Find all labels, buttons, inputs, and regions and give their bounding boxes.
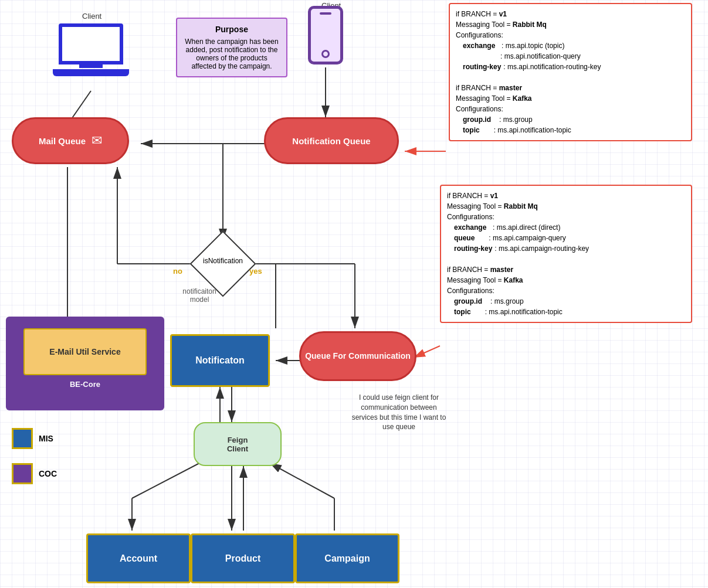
purpose-title: Purpose	[184, 25, 279, 34]
legend-mis: MIS	[12, 428, 53, 449]
queue-for-comm: Queue For Communication	[299, 331, 416, 381]
is-notification-diamond: isNotification	[199, 240, 246, 287]
mail-queue-label: Mail Queue	[39, 136, 86, 146]
no-label: no	[173, 267, 182, 276]
legend-coc: COC	[12, 463, 57, 484]
be-core-container: E-Mail Util Service BE-Core	[6, 317, 164, 410]
purpose-box: Purpose When the campaign has been added…	[176, 18, 287, 77]
queue-for-comm-label: Queue For Communication	[305, 351, 411, 361]
info-box-2: if BRANCH = v1 Messaging Tool = Rabbit M…	[440, 185, 692, 323]
coc-legend-box	[12, 463, 33, 484]
notification-box: Notificaton	[170, 334, 270, 387]
feign-client-label: Feign Client	[227, 436, 248, 453]
be-core-label: BE-Core	[12, 380, 158, 389]
product-label: Product	[225, 553, 260, 564]
campaign-box: Campaign	[295, 533, 399, 583]
mis-legend-box	[12, 428, 33, 449]
purpose-text: When the campaign has been added, post n…	[184, 38, 279, 70]
email-util-box: E-Mail Util Service	[23, 328, 147, 375]
client-label-left: Client	[82, 12, 101, 21]
ib1-branch-v1: if BRANCH = v1	[456, 10, 507, 18]
coc-legend-label: COC	[39, 469, 57, 478]
account-box: Account	[86, 533, 191, 583]
envelope-icon: ✉	[92, 133, 102, 148]
svg-line-25	[414, 346, 440, 358]
laptop-icon	[53, 23, 129, 76]
phone-icon	[308, 6, 343, 64]
mail-queue: Mail Queue ✉	[12, 117, 129, 164]
product-box: Product	[191, 533, 295, 583]
svg-line-15	[132, 463, 199, 498]
account-label: Account	[120, 553, 157, 564]
mis-legend-label: MIS	[39, 434, 53, 443]
feign-comment: I could use feign client for communicati…	[349, 393, 449, 432]
is-notification-label: isNotification	[194, 257, 252, 265]
feign-client-box: Feign Client	[194, 422, 282, 466]
notification-label: Notificaton	[195, 355, 245, 366]
info-box-1: if BRANCH = v1 Messaging Tool = Rabbit M…	[449, 3, 692, 141]
notification-queue-label: Notification Queue	[292, 136, 370, 146]
svg-line-20	[270, 463, 334, 498]
yes-label: yes	[249, 267, 262, 276]
notification-queue: Notification Queue	[264, 117, 399, 164]
campaign-label: Campaign	[324, 553, 370, 564]
main-canvas: Client Client Purpose When the campaign …	[0, 0, 708, 588]
notification-model-label: notificaiton model	[176, 287, 223, 304]
